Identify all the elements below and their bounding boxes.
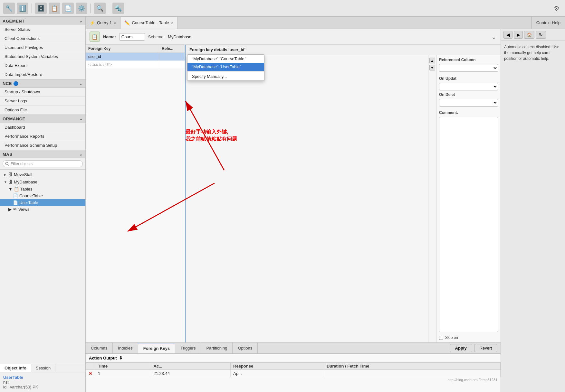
tab-coursetable[interactable]: ✏️ CourseTable - Table × xyxy=(120,17,178,29)
fk-cell-name-1: <click to edit> xyxy=(86,61,159,69)
filter-objects-input[interactable] xyxy=(3,160,83,167)
tables-arrow: ▼ xyxy=(8,187,13,191)
context-help-refresh-button[interactable]: ↻ xyxy=(536,31,546,39)
fk-header-name: Foreign Key xyxy=(86,45,159,52)
tab-options[interactable]: Options xyxy=(233,343,258,353)
output-row-0: ⊗ 1 21:23:44 Ap... xyxy=(86,370,501,377)
tab-indexes[interactable]: Indexes xyxy=(113,343,138,353)
editor-area: 📋 Name: Schema: MyDatabase ⌄ xyxy=(86,29,501,392)
tab-bar: ⚡ Query 1 × ✏️ CourseTable - Table × Con… xyxy=(86,17,565,29)
output-row-0-num: 1 xyxy=(95,370,151,377)
management-label: AGEMENT xyxy=(3,19,25,23)
sidebar-item-data-export[interactable]: Data Export xyxy=(0,61,85,70)
dropdown-item-coursetable[interactable]: `MyDatabase`.`CourseTable` xyxy=(187,55,264,63)
fk-column-selector: course_name user_id xyxy=(186,55,428,342)
field-icon[interactable]: 📄 xyxy=(62,3,74,14)
comment-textarea[interactable] xyxy=(439,117,498,332)
sidebar-item-users-privileges[interactable]: Users and Privileges xyxy=(0,43,85,52)
tables-icon: 📋 xyxy=(14,187,19,191)
revert-button[interactable]: Revert xyxy=(474,344,497,352)
output-col-duration: Duration / Fetch Time xyxy=(324,363,500,370)
schema-tree-coursetable[interactable]: 📄 CourseTable xyxy=(0,192,85,199)
fk-cell-ref-1 xyxy=(159,61,185,69)
context-help-nav: ◀ ▶ 🏠 ↻ xyxy=(501,29,565,41)
instance-expand-icon[interactable]: ⌄ xyxy=(79,81,83,86)
query-tab-close[interactable]: × xyxy=(114,20,116,25)
sidebar-item-options-file[interactable]: Options File xyxy=(0,106,85,115)
referenced-column-label: Referenced Column xyxy=(439,58,498,62)
sidebar-item-server-logs[interactable]: Server Logs xyxy=(0,97,85,106)
fk-details-panel: Foreign key details 'user_id' course_nam… xyxy=(186,45,501,342)
skip-row: Skip on xyxy=(439,335,498,340)
tab-query1[interactable]: ⚡ Query 1 × xyxy=(86,17,120,29)
output-col-action: Ac... xyxy=(151,363,231,370)
object-info-content: UserTable ns: id varchar(50) PK xyxy=(0,372,85,392)
sidebar-item-dashboard[interactable]: Dashboard xyxy=(0,123,85,132)
sidebar-item-startup-shutdown[interactable]: Startup / Shutdown xyxy=(0,88,85,97)
fk-right-panel: Referenced Column On Updat On Delet xyxy=(436,55,501,342)
dropdown-item-usertable[interactable]: `MyDatabase`.`UserTable` xyxy=(187,63,264,71)
wrench-icon[interactable]: 🔩 xyxy=(112,3,124,14)
info-icon[interactable]: ℹ️ xyxy=(17,3,28,14)
apply-button[interactable]: Apply xyxy=(450,344,472,352)
toolbar-separator-3 xyxy=(109,4,109,13)
tab-foreign-keys[interactable]: Foreign Keys xyxy=(138,343,175,353)
sql-icon[interactable]: 🔧 xyxy=(3,3,15,14)
tab-partitioning[interactable]: Partitioning xyxy=(201,343,233,353)
fields-label: ns: xyxy=(3,380,9,385)
sidebar-item-client-connections[interactable]: Client Connections xyxy=(0,34,85,43)
search-icon[interactable]: 🔍 xyxy=(94,3,106,14)
tab-columns[interactable]: Columns xyxy=(86,343,113,353)
table-icon[interactable]: 📋 xyxy=(49,3,60,14)
sidebar-item-server-status[interactable]: Server Status xyxy=(0,25,85,34)
fk-row-0[interactable]: user_id xyxy=(86,53,185,61)
action-output-sort-icon[interactable]: ⇕ xyxy=(119,355,123,360)
db-icon-movestall: 🗄 xyxy=(8,172,13,177)
object-id-row: id varchar(50) PK xyxy=(3,385,82,389)
table-name-input[interactable] xyxy=(119,33,145,41)
performance-expand-icon[interactable]: ⌄ xyxy=(79,116,83,121)
schema-tree-views[interactable]: ▶ 👁 Views xyxy=(0,206,85,213)
sidebar-item-performance-schema[interactable]: Performance Schema Setup xyxy=(0,141,85,150)
fk-cell-name-0: user_id xyxy=(86,53,159,61)
action-output-panel: Action Output ⇕ Time Ac... Response xyxy=(86,353,501,392)
mydatabase-label: MyDatabase xyxy=(14,180,37,184)
referenced-column-select[interactable] xyxy=(439,64,498,72)
selected-table-name: UserTable xyxy=(3,375,82,380)
context-help-button[interactable]: Context Help xyxy=(531,17,565,29)
context-help-back-button[interactable]: ◀ xyxy=(503,31,512,39)
coursetable-tab-close[interactable]: × xyxy=(171,20,174,25)
tab-triggers[interactable]: Triggers xyxy=(175,343,201,353)
sidebar-item-status-variables[interactable]: Status and System Variables xyxy=(0,52,85,61)
context-help-home-button[interactable]: 🏠 xyxy=(524,31,534,39)
db-connect-icon[interactable]: 🗄️ xyxy=(35,3,47,14)
on-update-select[interactable] xyxy=(439,83,498,90)
output-row-0-action: Ap... xyxy=(231,370,324,377)
dropdown-item-manual[interactable]: Specify Manually... xyxy=(187,72,264,80)
proc-icon[interactable]: ⚙️ xyxy=(76,3,87,14)
query-tab-icon: ⚡ xyxy=(90,20,95,25)
fk-row-1[interactable]: <click to edit> xyxy=(86,61,185,69)
on-delete-select[interactable] xyxy=(439,99,498,107)
sidebar-item-performance-reports[interactable]: Performance Reports xyxy=(0,132,85,141)
toolbar-separator-1 xyxy=(32,4,32,13)
sort-up-button[interactable]: ▲ xyxy=(429,58,435,63)
editor-tabs-bar: Columns Indexes Foreign Keys Triggers Pa… xyxy=(86,342,501,353)
fk-col-actions: ▲ ▼ xyxy=(428,55,436,342)
schemas-expand-icon[interactable]: ⌄ xyxy=(79,152,83,157)
skip-checkbox[interactable] xyxy=(439,336,443,340)
movestall-label: MoveStall xyxy=(14,172,32,177)
schema-tree-mydatabase[interactable]: ▼ 🗄 MyDatabase xyxy=(0,178,85,186)
sidebar-item-data-import[interactable]: Data Import/Restore xyxy=(0,70,85,79)
schema-tree-usertable[interactable]: 📄 UserTable xyxy=(0,199,85,206)
tab-object-info[interactable]: Object Info xyxy=(0,364,31,372)
coursetable-tab-icon: ✏️ xyxy=(124,20,130,25)
context-help-forward-button[interactable]: ▶ xyxy=(514,31,523,39)
management-expand-icon[interactable]: ⌄ xyxy=(79,18,83,23)
sort-down-button[interactable]: ▼ xyxy=(429,65,435,70)
schema-tree-tables[interactable]: ▼ 📋 Tables xyxy=(0,186,85,192)
tab-session[interactable]: Session xyxy=(31,364,55,372)
chevron-down-icon[interactable]: ⌄ xyxy=(491,33,497,40)
gear-icon[interactable]: ⚙ xyxy=(551,3,562,14)
schema-tree-movestall[interactable]: ▶ 🗄 MoveStall xyxy=(0,171,85,178)
